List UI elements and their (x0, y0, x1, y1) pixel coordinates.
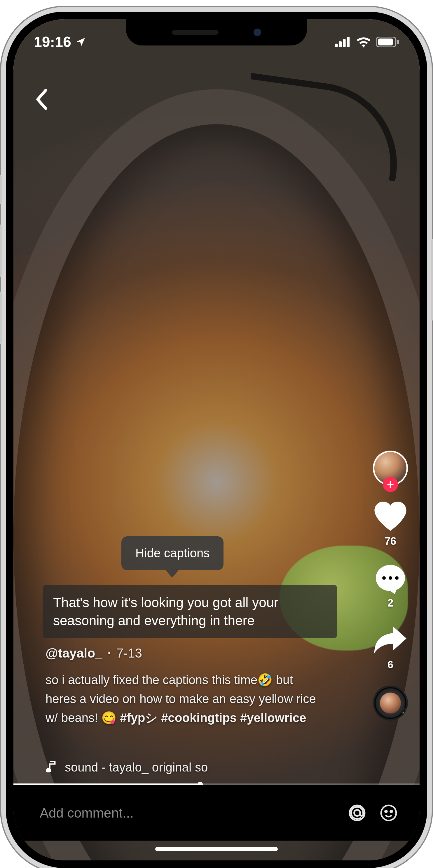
wifi-icon (356, 36, 371, 48)
comment-button[interactable]: 2 (374, 562, 406, 609)
music-note-icon: ♪ (373, 686, 375, 695)
svg-rect-0 (335, 44, 338, 47)
phone-frame: 19:16 (0, 6, 433, 868)
side-button (0, 175, 2, 204)
disc-avatar (380, 692, 401, 714)
battery-icon (376, 37, 399, 47)
status-time: 19:16 (34, 33, 71, 51)
comment-bar: Add comment... (13, 785, 420, 841)
svg-rect-7 (397, 40, 399, 44)
video-content[interactable] (13, 19, 420, 861)
post-date: 7-13 (116, 646, 142, 660)
comment-icon (374, 562, 406, 594)
svg-point-13 (391, 810, 393, 812)
volume-up-button (0, 224, 2, 277)
share-count: 6 (387, 659, 393, 671)
emoji-icon: 😋 (101, 711, 116, 724)
hide-captions-tooltip[interactable]: Hide captions (121, 536, 224, 570)
comment-input[interactable]: Add comment... (40, 805, 336, 821)
svg-point-12 (385, 810, 387, 812)
auto-caption[interactable]: That's how it's looking you got all your… (42, 585, 337, 638)
cellular-signal-icon (335, 37, 351, 47)
share-button[interactable]: 6 (374, 624, 406, 671)
svg-point-8 (47, 769, 51, 772)
home-indicator[interactable] (155, 847, 278, 851)
svg-rect-2 (343, 39, 346, 47)
emoji-icon: 🤣 (257, 673, 272, 687)
post-meta: @tayalo_ · 7-13 (46, 646, 142, 660)
caption-text: That's how it's looking you got all your… (53, 595, 278, 628)
screen: 19:16 (13, 19, 420, 861)
sound-label[interactable]: sound - tayalo_ original so (46, 760, 344, 775)
like-count: 76 (384, 535, 396, 547)
hashtag[interactable]: #fypシ (120, 711, 157, 724)
username[interactable]: @tayalo_ (46, 646, 103, 660)
svg-point-10 (354, 810, 360, 816)
mention-button[interactable] (347, 802, 368, 824)
svg-rect-1 (339, 41, 342, 47)
svg-rect-6 (378, 38, 393, 45)
share-icon (374, 624, 406, 656)
location-icon (75, 36, 86, 48)
sound-disc[interactable]: ♪ ♫ (373, 686, 408, 720)
creator-avatar[interactable]: + (373, 451, 408, 486)
notch (126, 19, 307, 45)
power-button (431, 239, 433, 321)
back-button[interactable] (31, 89, 51, 110)
svg-rect-4 (347, 37, 350, 47)
comment-count: 2 (387, 597, 393, 609)
action-rail: + 76 2 (373, 451, 408, 720)
svg-point-11 (381, 805, 396, 820)
tooltip-label: Hide captions (135, 546, 209, 560)
separator: · (108, 646, 111, 660)
background-decor (13, 89, 420, 861)
hashtag[interactable]: #yellowrice (240, 711, 306, 724)
plus-icon: + (387, 478, 394, 491)
volume-down-button (0, 291, 2, 344)
heart-icon (374, 500, 406, 532)
like-button[interactable]: 76 (374, 500, 406, 547)
follow-button[interactable]: + (383, 477, 398, 492)
hashtag[interactable]: #cookingtips (161, 711, 237, 724)
music-note-icon: ♫ (401, 705, 408, 716)
music-note-icon (46, 760, 57, 775)
emoji-button[interactable] (378, 802, 399, 824)
post-description[interactable]: so i actually fixed the captions this ti… (46, 671, 326, 727)
sound-text: sound - tayalo_ original so (65, 761, 208, 774)
